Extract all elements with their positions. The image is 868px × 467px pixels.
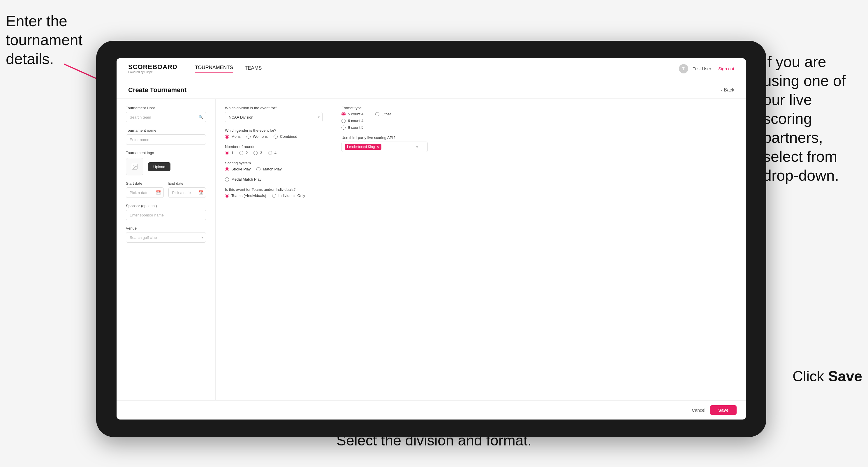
format-6count4-radio[interactable] [341, 119, 346, 123]
division-input[interactable] [225, 112, 322, 122]
form-area: Tournament Host 🔍 Tournament name Tourna… [117, 99, 746, 400]
cancel-button[interactable]: Cancel [692, 408, 705, 412]
round-1[interactable]: 1 [225, 151, 234, 155]
event-teams[interactable]: Teams (+Individuals) [225, 193, 266, 198]
scoring-match-label: Match Play [263, 167, 281, 171]
round-1-radio[interactable] [225, 151, 229, 155]
round-3[interactable]: 3 [253, 151, 262, 155]
event-teams-label: Teams (+Individuals) [231, 193, 266, 198]
format-6count5[interactable]: 6 count 5 [341, 125, 364, 130]
scoring-stroke[interactable]: Stroke Play [225, 167, 251, 171]
round-2[interactable]: 2 [239, 151, 248, 155]
svg-point-9 [133, 165, 134, 166]
event-individuals-radio[interactable] [272, 194, 276, 198]
nav-link-teams[interactable]: TEAMS [245, 65, 262, 72]
live-scoring-select[interactable]: Leaderboard King × ▾ [341, 142, 428, 152]
round-3-label: 3 [260, 151, 262, 155]
live-scoring-value: Leaderboard King [347, 145, 375, 149]
venue-input[interactable] [126, 232, 206, 243]
format-5count4[interactable]: 5 count 4 [341, 112, 364, 116]
tournament-logo-label: Tournament logo [126, 151, 206, 155]
gender-field: Which gender is the event for? Mens Wome… [225, 128, 322, 139]
tournament-host-label: Tournament Host [126, 106, 206, 110]
round-2-label: 2 [246, 151, 248, 155]
gender-mens-radio[interactable] [225, 134, 229, 139]
format-5count4-radio[interactable] [341, 112, 346, 116]
save-button[interactable]: Save [710, 405, 737, 415]
format-type-field: Format type 5 count 4 6 count 4 [341, 106, 428, 130]
calendar-icon-start: 📅 [156, 190, 161, 195]
event-teams-radio[interactable] [225, 194, 229, 198]
rounds-radio-group: 1 2 3 4 [225, 151, 322, 155]
back-link[interactable]: ‹ Back [721, 87, 734, 93]
gender-label: Which gender is the event for? [225, 128, 322, 132]
end-date-field: End date 📅 [168, 181, 206, 198]
tournament-host-field: Tournament Host 🔍 [126, 106, 206, 122]
form-footer: Cancel Save [117, 400, 746, 419]
tournament-name-input[interactable] [126, 134, 206, 145]
event-individuals[interactable]: Individuals Only [272, 193, 305, 198]
event-for-label: Is this event for Teams and/or Individua… [225, 187, 322, 192]
format-6count5-radio[interactable] [341, 126, 346, 130]
annotation-bottom-right: Click Save [793, 367, 862, 386]
form-column-right: Format type 5 count 4 6 count 4 [332, 99, 437, 400]
nav-avatar: T [679, 64, 688, 73]
tag-remove-icon[interactable]: × [376, 145, 379, 149]
scoring-label: Scoring system [225, 161, 322, 165]
event-individuals-label: Individuals Only [279, 193, 305, 198]
rounds-label: Number of rounds [225, 145, 322, 149]
gender-mens[interactable]: Mens [225, 134, 241, 139]
page-header: Create Tournament ‹ Back [117, 79, 746, 99]
end-date-wrap: 📅 [168, 187, 206, 198]
round-3-radio[interactable] [253, 151, 257, 155]
navbar: SCOREBOARD Powered by Clippit TOURNAMENT… [117, 58, 746, 79]
tournament-host-input[interactable] [126, 112, 206, 122]
scoring-match-radio[interactable] [256, 167, 260, 171]
gender-combined[interactable]: Combined [274, 134, 297, 139]
scoring-medal-match-label: Medal Match Play [231, 177, 261, 182]
brand-name: SCOREBOARD [128, 63, 178, 70]
sponsor-input[interactable] [126, 210, 206, 220]
scoring-match[interactable]: Match Play [256, 167, 281, 171]
logo-placeholder [126, 158, 143, 176]
scoring-medal-match-radio[interactable] [225, 178, 229, 182]
division-label: Which division is the event for? [225, 106, 322, 110]
gender-radio-group: Mens Womens Combined [225, 134, 322, 139]
annotation-top-left: Enter the tournament details. [6, 12, 87, 68]
format-other[interactable]: Other [375, 112, 391, 116]
format-6count4[interactable]: 6 count 4 [341, 119, 364, 123]
round-4-radio[interactable] [268, 151, 272, 155]
nav-sign-out[interactable]: Sign out [718, 66, 734, 71]
gender-combined-radio[interactable] [274, 134, 278, 139]
scoring-medal-match[interactable]: Medal Match Play [225, 177, 261, 182]
search-icon: 🔍 [199, 115, 203, 119]
click-save-prefix: Click [793, 368, 828, 384]
tournament-name-field: Tournament name [126, 128, 206, 145]
round-2-radio[interactable] [239, 151, 243, 155]
sponsor-field: Sponsor (optional) [126, 204, 206, 220]
gender-mens-label: Mens [231, 134, 241, 139]
start-date-field: Start date 📅 [126, 181, 164, 198]
nav-right: T Test User | Sign out [679, 64, 734, 73]
brand: SCOREBOARD Powered by Clippit [128, 63, 178, 74]
gender-womens-label: Womens [253, 134, 268, 139]
format-other-radio[interactable] [375, 112, 379, 116]
format-6count4-label: 6 count 4 [348, 119, 364, 123]
gender-womens-radio[interactable] [247, 134, 251, 139]
scoring-stroke-radio[interactable] [225, 167, 229, 171]
logo-upload-area: Upload [126, 158, 206, 176]
scoring-stroke-label: Stroke Play [231, 167, 251, 171]
upload-button[interactable]: Upload [148, 162, 170, 171]
event-for-radio-group: Teams (+Individuals) Individuals Only [225, 193, 322, 198]
nav-link-tournaments[interactable]: TOURNAMENTS [195, 65, 233, 72]
live-scoring-label: Use third-party live scoring API? [341, 135, 428, 140]
round-1-label: 1 [231, 151, 234, 155]
gender-womens[interactable]: Womens [247, 134, 268, 139]
event-for-field: Is this event for Teams and/or Individua… [225, 187, 322, 198]
division-field: Which division is the event for? ▾ [225, 106, 322, 122]
round-4[interactable]: 4 [268, 151, 277, 155]
format-type-radio-group: 5 count 4 6 count 4 6 count 5 [341, 112, 364, 130]
format-type-label: Format type [341, 106, 428, 110]
nav-links: TOURNAMENTS TEAMS [195, 65, 661, 72]
page-title: Create Tournament [128, 86, 186, 94]
